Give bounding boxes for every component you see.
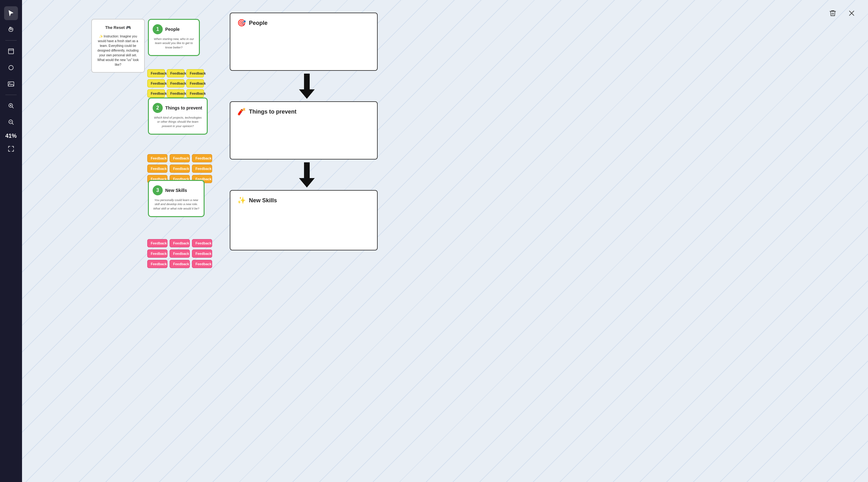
feedback-tag[interactable]: Feedback — [186, 79, 204, 88]
zoom-in-icon[interactable] — [4, 99, 18, 113]
feedback-tag[interactable]: Feedback — [147, 260, 167, 268]
delete-button[interactable] — [826, 6, 840, 20]
feedback-tag[interactable]: Feedback — [147, 79, 165, 88]
feedback-tag[interactable]: Feedback — [147, 165, 167, 173]
feedback-tag[interactable]: Feedback — [147, 239, 167, 247]
step-card-skills: 3 New Skills You personally could learn … — [148, 180, 205, 217]
circle-icon[interactable] — [4, 61, 18, 74]
frame-icon[interactable] — [4, 44, 18, 58]
image-icon[interactable] — [4, 77, 18, 91]
feedback-tag[interactable]: Feedback — [169, 165, 190, 173]
arrow-stem-2 — [304, 162, 310, 178]
result-card-skills-header: ✨ New Skills — [230, 191, 377, 209]
arrow-down-1 — [299, 74, 315, 99]
step-number-3: 3 — [153, 185, 163, 195]
feedback-tag[interactable]: Feedback — [192, 154, 212, 162]
result-things-emoji: 🧨 — [237, 107, 246, 116]
top-right-buttons — [826, 6, 859, 20]
canvas: The Reset 🎮 ✨ Instruction: Imagine you w… — [22, 0, 868, 482]
feedback-tag[interactable]: Feedback — [169, 260, 190, 268]
result-skills-emoji: ✨ — [237, 196, 246, 204]
divider-2 — [5, 95, 17, 95]
feedback-tag[interactable]: Feedback — [186, 89, 204, 98]
arrow-head-2 — [299, 178, 315, 188]
svg-point-2 — [9, 65, 13, 70]
result-card-things: 🧨 Things to prevent — [230, 101, 378, 160]
arrow-head-1 — [299, 89, 315, 99]
hand-icon[interactable] — [4, 23, 18, 36]
feedback-tag[interactable]: Feedback — [147, 69, 165, 77]
feedback-tag[interactable]: Feedback — [147, 154, 167, 162]
svg-line-10 — [12, 123, 14, 125]
feedback-tag[interactable]: Feedback — [192, 165, 212, 173]
cursor-icon[interactable] — [4, 6, 18, 20]
step-header-things: 2 Things to prevent — [153, 103, 203, 113]
result-skills-title: New Skills — [249, 197, 277, 204]
feedback-tag[interactable]: Feedback — [169, 250, 190, 258]
step-desc-people: When starting new, who in our team would… — [153, 37, 195, 50]
result-card-things-header: 🧨 Things to prevent — [230, 102, 377, 120]
feedback-tag[interactable]: Feedback — [147, 89, 165, 98]
zoom-out-icon[interactable] — [4, 115, 18, 129]
feedback-tag[interactable]: Feedback — [167, 89, 184, 98]
step-card-people: 1 People When starting new, who in our t… — [148, 19, 200, 56]
zoom-level: 41% — [5, 133, 17, 139]
feedback-tag[interactable]: Feedback — [192, 260, 212, 268]
step-title-people: People — [165, 27, 180, 32]
feedback-tag[interactable]: Feedback — [169, 154, 190, 162]
feedback-tag[interactable]: Feedback — [186, 69, 204, 77]
step-header-skills: 3 New Skills — [153, 185, 200, 195]
result-people-title: People — [249, 20, 268, 26]
result-card-people-header: 🎯 People — [230, 13, 377, 31]
result-card-people: 🎯 People — [230, 12, 378, 71]
svg-rect-3 — [8, 82, 14, 86]
step-number-2: 2 — [153, 103, 163, 113]
feedback-tag[interactable]: Feedback — [192, 239, 212, 247]
reset-card: The Reset 🎮 ✨ Instruction: Imagine you w… — [91, 19, 145, 73]
feedback-tag[interactable]: Feedback — [147, 250, 167, 258]
step-title-skills: New Skills — [165, 188, 187, 193]
svg-point-4 — [9, 83, 10, 84]
arrow-stem-1 — [304, 74, 310, 89]
step-desc-skills: You personally could learn a new skill a… — [153, 198, 200, 211]
step-card-things: 2 Things to prevent Which kind of projec… — [148, 98, 208, 135]
svg-rect-0 — [8, 49, 13, 54]
step-number-1: 1 — [153, 24, 163, 34]
step-title-things: Things to prevent — [165, 105, 202, 110]
result-card-skills: ✨ New Skills — [230, 190, 378, 251]
toolbar: 41% — [0, 0, 22, 482]
svg-line-6 — [12, 107, 14, 108]
feedback-tag[interactable]: Feedback — [167, 79, 184, 88]
step-header-people: 1 People — [153, 24, 195, 34]
feedback-tag[interactable]: Feedback — [192, 250, 212, 258]
result-things-title: Things to prevent — [249, 108, 297, 115]
result-people-emoji: 🎯 — [237, 19, 246, 27]
reset-card-body: ✨ Instruction: Imagine you would have a … — [96, 34, 140, 67]
fit-screen-icon[interactable] — [4, 142, 18, 156]
feedback-tag[interactable]: Feedback — [167, 69, 184, 77]
step-desc-things: Which kind of projects, technologies or … — [153, 116, 203, 128]
close-button[interactable] — [845, 6, 859, 20]
feedback-tag[interactable]: Feedback — [169, 239, 190, 247]
arrow-down-2 — [299, 162, 315, 188]
reset-card-title: The Reset 🎮 — [96, 25, 140, 31]
